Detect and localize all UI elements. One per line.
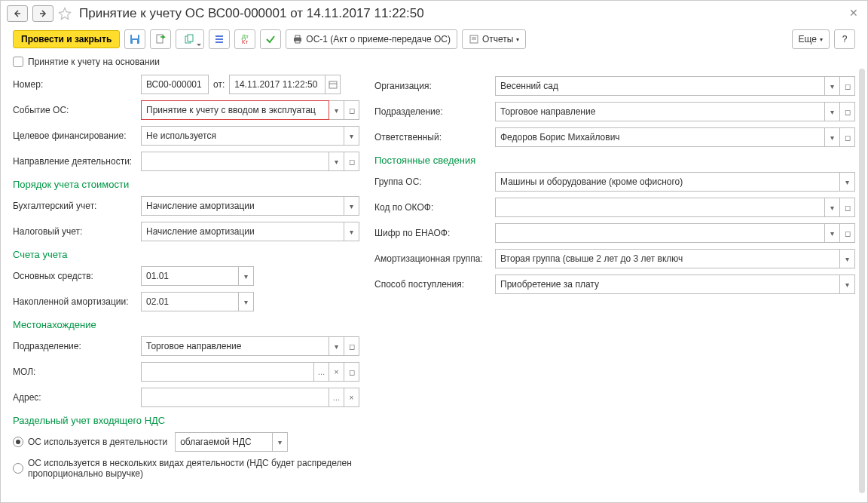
nu-label: Налоговый учет: bbox=[13, 226, 141, 237]
receipt-dropdown[interactable]: ▾ bbox=[840, 275, 855, 294]
resp-input[interactable]: Федоров Борис Михайлович bbox=[495, 127, 825, 147]
arrow-right-icon bbox=[39, 10, 47, 17]
amort-account-dropdown[interactable]: ▾ bbox=[239, 292, 254, 311]
direction-open[interactable]: ◻ bbox=[344, 152, 359, 171]
bu-dropdown[interactable]: ▾ bbox=[344, 196, 359, 216]
close-button[interactable]: ✕ bbox=[849, 7, 858, 19]
enaof-open[interactable]: ◻ bbox=[840, 223, 855, 243]
event-open[interactable]: ◻ bbox=[344, 100, 359, 120]
question-icon: ? bbox=[842, 34, 848, 44]
number-label: Номер: bbox=[13, 79, 141, 90]
amort-group-input[interactable]: Вторая группа (свыше 2 лет до 3 лет вклю… bbox=[495, 249, 840, 268]
mol-input[interactable] bbox=[141, 362, 314, 382]
conduct-button[interactable] bbox=[150, 29, 171, 49]
okof-input[interactable] bbox=[495, 198, 825, 217]
left-column: Принятие к учету на основании Номер: ВС0… bbox=[13, 57, 359, 486]
reports-button[interactable]: Отчеты ▾ bbox=[462, 29, 526, 49]
nu-dropdown[interactable]: ▾ bbox=[344, 222, 359, 241]
section-location-header: Местонахождение bbox=[13, 319, 359, 330]
print-button[interactable]: ОС-1 (Акт о приеме-передаче ОС) bbox=[286, 29, 457, 49]
chevron-down-icon: ▾ bbox=[516, 36, 519, 43]
org-dropdown[interactable]: ▾ bbox=[825, 76, 840, 96]
reports-label: Отчеты bbox=[482, 34, 513, 44]
acceptance-based-row: Принятие к учету на основании bbox=[13, 57, 359, 67]
conduct-close-button[interactable]: Провести и закрыть bbox=[13, 30, 120, 48]
dept-left-dropdown[interactable]: ▾ bbox=[329, 336, 344, 356]
org-input[interactable]: Весенний сад bbox=[495, 76, 825, 96]
address-input[interactable] bbox=[141, 388, 329, 407]
group-input[interactable]: Машины и оборудование (кроме офисного) bbox=[495, 172, 840, 192]
nav-forward-button[interactable] bbox=[32, 5, 53, 22]
vat-option2-radio[interactable] bbox=[13, 463, 23, 474]
scrollbar[interactable] bbox=[858, 69, 866, 493]
vat-option2-label: ОС используется в нескольких видах деяте… bbox=[28, 458, 359, 479]
help-button[interactable]: ? bbox=[834, 29, 855, 49]
check-button[interactable] bbox=[260, 29, 281, 49]
page-title: Принятие к учету ОС ВС00-000001 от 14.11… bbox=[79, 6, 424, 21]
okof-open[interactable]: ◻ bbox=[840, 198, 855, 217]
finance-input[interactable]: Не используется bbox=[141, 126, 344, 146]
os-account-dropdown[interactable]: ▾ bbox=[239, 266, 254, 286]
direction-input[interactable] bbox=[141, 152, 329, 171]
amort-group-dropdown[interactable]: ▾ bbox=[840, 249, 855, 268]
mol-label: МОЛ: bbox=[13, 367, 141, 377]
based-on-button[interactable] bbox=[176, 29, 204, 49]
resp-open[interactable]: ◻ bbox=[840, 127, 855, 147]
structure-button[interactable] bbox=[209, 29, 230, 49]
enaof-dropdown[interactable]: ▾ bbox=[825, 223, 840, 243]
dtkt-icon: ДтКт bbox=[242, 34, 249, 44]
list-icon bbox=[214, 34, 225, 44]
vat-option1-select[interactable]: облагаемой НДС bbox=[175, 432, 273, 452]
org-open[interactable]: ◻ bbox=[840, 76, 855, 96]
dtkt-button[interactable]: ДтКт bbox=[234, 29, 255, 49]
enaof-input[interactable] bbox=[495, 223, 825, 243]
dept-left-open[interactable]: ◻ bbox=[344, 336, 359, 356]
bu-input[interactable]: Начисление амортизации bbox=[141, 196, 344, 216]
number-input[interactable]: ВС00-000001 bbox=[141, 75, 209, 94]
svg-rect-4 bbox=[133, 40, 137, 44]
vat-option1-dropdown[interactable]: ▾ bbox=[273, 432, 288, 452]
main-window: Принятие к учету ОС ВС00-000001 от 14.11… bbox=[0, 0, 868, 503]
os-account-input[interactable]: 01.01 bbox=[141, 266, 239, 286]
dept-right-dropdown[interactable]: ▾ bbox=[825, 102, 840, 121]
finance-dropdown[interactable]: ▾ bbox=[344, 126, 359, 146]
document-arrow-icon bbox=[155, 34, 166, 44]
address-clear[interactable]: × bbox=[344, 388, 359, 407]
mol-open[interactable]: ◻ bbox=[344, 362, 359, 382]
direction-dropdown[interactable]: ▾ bbox=[329, 152, 344, 171]
address-label: Адрес: bbox=[13, 392, 141, 403]
date-input[interactable]: 14.11.2017 11:22:50 bbox=[229, 75, 326, 94]
receipt-label: Способ поступления: bbox=[374, 279, 495, 290]
org-label: Организация: bbox=[374, 81, 495, 91]
printer-icon bbox=[292, 34, 303, 44]
os-account-label: Основных средств: bbox=[13, 271, 141, 281]
okof-label: Код по ОКОФ: bbox=[374, 202, 495, 213]
vat-option1-radio[interactable] bbox=[13, 437, 23, 447]
documents-icon bbox=[185, 34, 195, 44]
mol-clear[interactable]: × bbox=[329, 362, 344, 382]
nu-input[interactable]: Начисление амортизации bbox=[141, 222, 344, 241]
resp-dropdown[interactable]: ▾ bbox=[825, 127, 840, 147]
mol-select[interactable]: … bbox=[314, 362, 329, 382]
save-button[interactable] bbox=[124, 29, 145, 49]
from-label: от: bbox=[213, 79, 225, 90]
more-label: Еще bbox=[799, 34, 817, 44]
dept-right-open[interactable]: ◻ bbox=[840, 102, 855, 121]
acceptance-based-checkbox[interactable] bbox=[13, 57, 23, 67]
favorite-star-icon[interactable] bbox=[58, 7, 72, 20]
calendar-button[interactable] bbox=[326, 75, 341, 94]
nav-back-button[interactable] bbox=[7, 5, 28, 22]
amort-account-input[interactable]: 02.01 bbox=[141, 292, 239, 311]
okof-dropdown[interactable]: ▾ bbox=[825, 198, 840, 217]
group-dropdown[interactable]: ▾ bbox=[840, 172, 855, 192]
chevron-down-icon: ▾ bbox=[820, 36, 823, 43]
dept-right-label: Подразделение: bbox=[374, 106, 495, 117]
event-dropdown[interactable]: ▾ bbox=[329, 100, 344, 120]
dept-right-input[interactable]: Торговое направление bbox=[495, 102, 825, 121]
more-button[interactable]: Еще ▾ bbox=[792, 29, 830, 49]
dept-left-input[interactable]: Торговое направление bbox=[141, 336, 329, 356]
receipt-input[interactable]: Приобретение за плату bbox=[495, 275, 840, 294]
scroll-thumb[interactable] bbox=[859, 69, 865, 493]
event-input[interactable]: Принятие к учету с вводом в эксплуатац bbox=[141, 100, 329, 120]
address-select[interactable]: … bbox=[329, 388, 344, 407]
